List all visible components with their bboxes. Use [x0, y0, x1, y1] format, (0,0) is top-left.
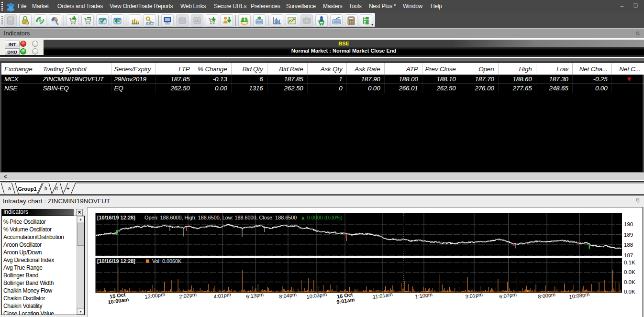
svg-text:0.0K: 0.0K: [624, 269, 635, 275]
svg-text:a: a: [8, 186, 11, 191]
svg-text:[10/16/19 12:28]: [10/16/19 12:28]: [97, 215, 135, 220]
svg-text:190: 190: [624, 221, 633, 227]
svg-text:188: 188: [624, 242, 633, 248]
svg-text:Open: 188.6000, High: 188.6500: Open: 188.6000, High: 188.6500, Low: 188…: [144, 215, 297, 220]
svg-text:▲ 0.0000 (0.00%): ▲ 0.0000 (0.00%): [300, 215, 343, 220]
svg-text:+: +: [67, 186, 69, 191]
svg-text:0.0K: 0.0K: [624, 289, 635, 295]
svg-text:187: 187: [624, 252, 633, 258]
svg-text:b: b: [44, 186, 47, 191]
svg-text:Group1: Group1: [18, 186, 36, 192]
svg-text:0.1K: 0.1K: [624, 260, 635, 265]
svg-text:d: d: [55, 186, 58, 191]
svg-text:189: 189: [624, 232, 633, 238]
svg-text:[10/16/19 12:28]: [10/16/19 12:28]: [97, 258, 135, 264]
svg-text:Vol: 0.0060K: Vol: 0.0060K: [152, 258, 182, 264]
svg-text:0.0K: 0.0K: [624, 279, 635, 285]
